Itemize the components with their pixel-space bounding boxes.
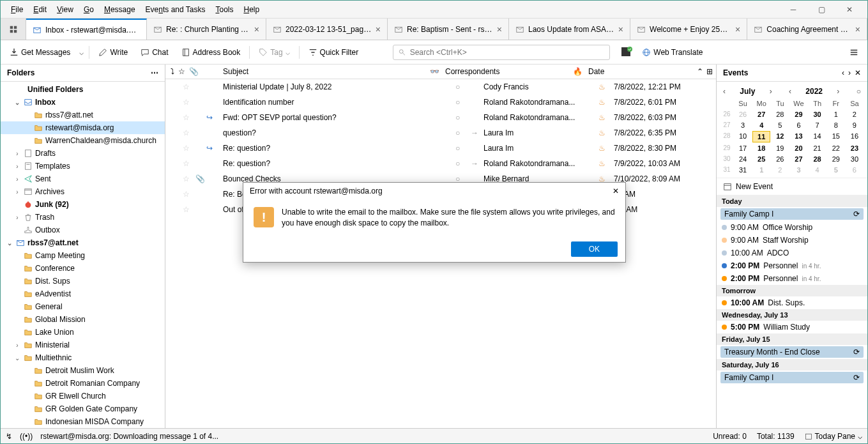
star-icon[interactable]: ☆: [178, 159, 194, 168]
tab-close[interactable]: ×: [497, 24, 502, 34]
folder-item[interactable]: rstewart@misda.org: [1, 121, 165, 134]
folder-item[interactable]: Dist. Sups: [1, 275, 165, 287]
cal-day[interactable]: 3: [734, 120, 752, 130]
twisty[interactable]: ›: [13, 163, 21, 170]
cal-day[interactable]: 12: [771, 131, 789, 142]
agenda-allday-event[interactable]: Treasury Month - End Close⟳: [720, 346, 864, 358]
folder-item[interactable]: GR Golden Gate Company: [1, 402, 165, 415]
cal-day[interactable]: 16: [846, 131, 864, 142]
folder-item[interactable]: ›Archives: [1, 185, 165, 198]
agenda-event[interactable]: 9:00 AMOffice Worship: [717, 221, 867, 234]
cal-day[interactable]: 11: [752, 131, 770, 142]
cal-day[interactable]: 13: [789, 131, 807, 142]
star-icon[interactable]: ☆: [178, 144, 194, 153]
folder-item[interactable]: Conference: [1, 262, 165, 275]
cal-day[interactable]: 29: [827, 154, 845, 164]
cal-day[interactable]: 25: [752, 154, 770, 164]
subject-column[interactable]: Subject: [217, 67, 430, 76]
folder-item[interactable]: Unified Folders: [1, 83, 165, 96]
cal-day[interactable]: 9: [846, 120, 864, 130]
cal-day[interactable]: 2: [846, 109, 864, 119]
message-row[interactable]: ☆Re: question?○→Roland Rakotondramana...…: [165, 156, 716, 171]
folder-item[interactable]: ›Templates: [1, 160, 165, 172]
star-icon[interactable]: ☆: [178, 98, 194, 107]
cal-day[interactable]: 21: [809, 143, 826, 153]
tab-3[interactable]: Re: Baptism - Sent - rste…×: [388, 19, 509, 40]
folder-item[interactable]: Global Mission: [1, 313, 165, 326]
twisty[interactable]: ›: [13, 188, 21, 195]
read-icon[interactable]: ○: [455, 159, 471, 168]
tab-close[interactable]: ×: [254, 24, 259, 34]
cal-day[interactable]: 6: [789, 120, 807, 130]
spam-icon[interactable]: ♨: [598, 82, 614, 91]
cal-day[interactable]: 28: [771, 109, 789, 119]
cal-day[interactable]: 22: [827, 143, 845, 153]
spam-icon[interactable]: ♨: [598, 159, 614, 168]
dialog-ok-button[interactable]: OK: [571, 241, 618, 257]
spam-icon[interactable]: ♨: [598, 144, 614, 153]
twisty[interactable]: ⌄: [13, 355, 21, 362]
search-input[interactable]: [410, 48, 605, 57]
tag-button[interactable]: Tag ⌵: [255, 45, 293, 59]
folder-item[interactable]: Detroit Romanian Company: [1, 377, 165, 390]
agenda-list[interactable]: TodayFamily Camp I⟳9:00 AMOffice Worship…: [717, 195, 867, 428]
window-minimize[interactable]: ─: [780, 2, 806, 17]
folder-item[interactable]: Lake Union: [1, 326, 165, 339]
star-icon[interactable]: ☆: [178, 128, 194, 137]
star-icon[interactable]: ☆: [178, 205, 194, 214]
cal-day[interactable]: 10: [734, 131, 752, 142]
folder-tree[interactable]: Unified Folders⌄Inboxrbss7@att.netrstewa…: [1, 82, 165, 428]
menu-view[interactable]: View: [52, 3, 79, 17]
folder-item[interactable]: ›Sent: [1, 172, 165, 185]
new-event-button[interactable]: New Event: [717, 178, 867, 195]
twisty[interactable]: ›: [13, 176, 21, 183]
cal-day[interactable]: 27: [789, 154, 807, 164]
cal-month-prev[interactable]: ‹: [720, 86, 728, 97]
star-column-icon[interactable]: ☆: [178, 67, 185, 76]
folder-item[interactable]: ›Drafts: [1, 147, 165, 160]
tab-2[interactable]: 2022-03-12 13-51_page…×: [266, 19, 388, 40]
cal-day[interactable]: 28: [809, 154, 826, 164]
message-row[interactable]: ☆↪Re: question?○Laura Im♨7/8/2022, 8:30 …: [165, 141, 716, 156]
cal-year-next[interactable]: ›: [834, 86, 842, 97]
agenda-allday-event[interactable]: Family Camp I⟳: [720, 208, 864, 220]
read-icon[interactable]: ○: [455, 113, 471, 122]
twisty[interactable]: ›: [13, 214, 21, 221]
read-icon[interactable]: ○: [455, 128, 471, 137]
agenda-event[interactable]: 5:00 PMWilliam Study: [717, 321, 867, 333]
cal-day[interactable]: 20: [789, 143, 807, 153]
get-messages-button[interactable]: Get Messages: [6, 45, 74, 59]
cal-day[interactable]: 26: [734, 109, 752, 119]
cal-day[interactable]: 5: [771, 120, 789, 130]
spam-column-icon[interactable]: 🔥: [573, 67, 588, 76]
read-icon[interactable]: ○: [455, 144, 471, 153]
folder-item[interactable]: ›Trash: [1, 211, 165, 224]
agenda-allday-event[interactable]: Family Camp I⟳: [720, 372, 864, 383]
cal-day[interactable]: 26: [771, 154, 789, 164]
star-icon[interactable]: ☆: [178, 174, 194, 183]
cal-day[interactable]: 1: [827, 109, 845, 119]
cal-day[interactable]: 14: [809, 131, 826, 142]
cal-day[interactable]: 4: [809, 165, 826, 175]
read-icon[interactable]: ○: [455, 82, 471, 91]
folders-menu-button[interactable]: ⋯: [151, 68, 158, 77]
window-maximize[interactable]: ▢: [809, 2, 834, 17]
correspondents-column[interactable]: Correspondents: [445, 67, 573, 76]
menu-file[interactable]: File: [6, 3, 28, 17]
message-row[interactable]: ☆Ministerial Update | July 8, 2022○Cody …: [165, 79, 716, 95]
read-column-icon[interactable]: 👓: [430, 67, 445, 76]
folder-item[interactable]: ⌄Inbox: [1, 96, 165, 109]
menu-edit[interactable]: Edit: [28, 3, 52, 17]
cal-month-next[interactable]: ›: [767, 86, 775, 97]
folder-item[interactable]: Indonesian MISDA Company: [1, 415, 165, 428]
folder-item[interactable]: GR Elwell Church: [1, 390, 165, 402]
cal-day[interactable]: 24: [734, 154, 752, 164]
address-book-button[interactable]: Address Book: [178, 45, 245, 59]
folder-item[interactable]: ›Ministerial: [1, 339, 165, 351]
star-icon[interactable]: ☆: [178, 190, 194, 199]
extension-icon[interactable]: [620, 46, 633, 59]
twisty[interactable]: ›: [13, 342, 21, 349]
spam-icon[interactable]: ♨: [598, 98, 614, 107]
folder-item[interactable]: ⌄Multiethnic: [1, 351, 165, 364]
folder-item[interactable]: Outbox: [1, 224, 165, 236]
